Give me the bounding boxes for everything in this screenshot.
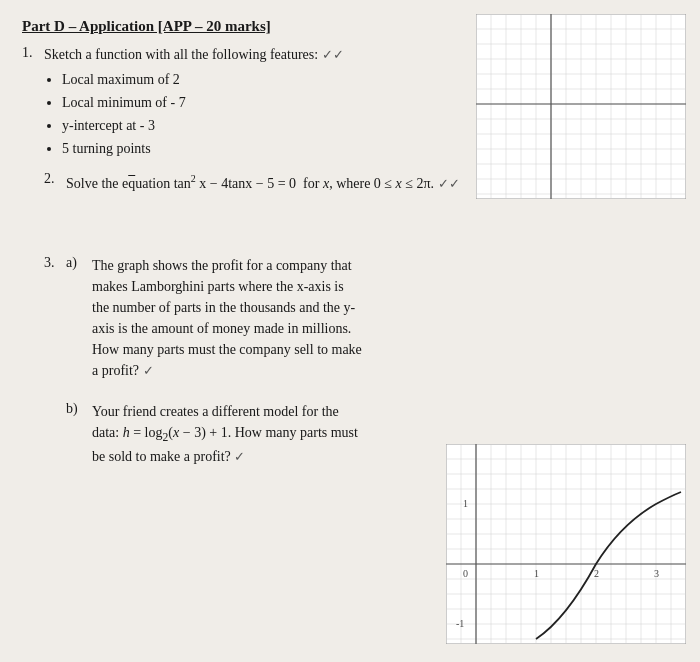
- graph-2: 0 1 2 3 1 -1: [446, 444, 686, 644]
- q3b-label: b): [66, 401, 86, 417]
- svg-text:-1: -1: [456, 618, 464, 629]
- q3a-text: The graph shows the profit for a company…: [92, 255, 362, 381]
- question-3-row: 3. a) The graph shows the profit for a c…: [44, 255, 678, 471]
- q2-number: 2.: [44, 171, 66, 187]
- q3a-check: ✓: [143, 363, 154, 378]
- page: Part D – Application [APP – 20 marks] 1.…: [0, 0, 700, 662]
- q3a-label: a): [66, 255, 86, 271]
- q1-intro-text: Sketch a function with all the following…: [44, 47, 318, 62]
- graph-1: [476, 14, 686, 199]
- q3b-check: ✓: [234, 449, 245, 464]
- svg-text:1: 1: [463, 498, 468, 509]
- q3b-text: Your friend creates a different model fo…: [92, 401, 362, 467]
- svg-text:1: 1: [534, 568, 539, 579]
- q2-checks: ✓✓: [438, 175, 460, 190]
- q3-number: 3.: [44, 255, 66, 271]
- question-3-section: 3. a) The graph shows the profit for a c…: [44, 255, 678, 471]
- q1-checks: ✓✓: [322, 47, 344, 62]
- q1-number: 1.: [22, 45, 44, 61]
- svg-text:2: 2: [594, 568, 599, 579]
- svg-text:3: 3: [654, 568, 659, 579]
- q3-content: a) The graph shows the profit for a comp…: [66, 255, 678, 471]
- svg-text:0: 0: [463, 568, 468, 579]
